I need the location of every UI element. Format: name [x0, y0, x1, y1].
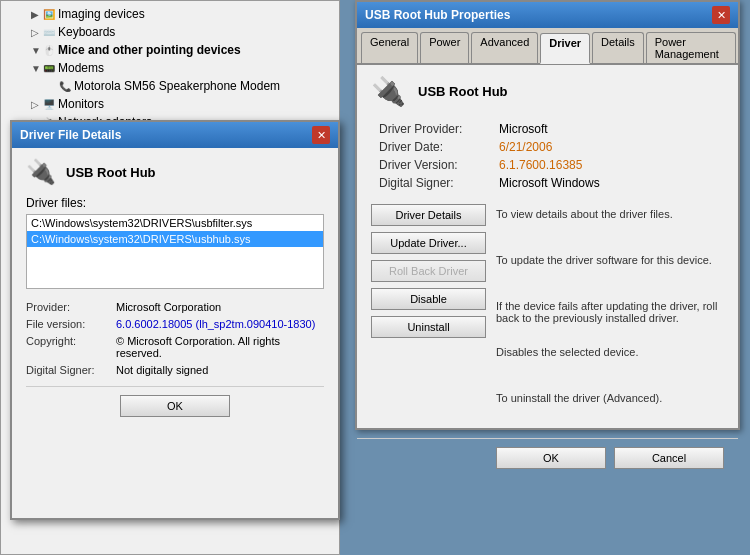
driver-date-label: Driver Date: [379, 140, 499, 154]
dfd-files-label: Driver files: [26, 196, 324, 210]
dfd-device-row: 🔌 USB Root Hub [26, 158, 324, 186]
uninstall-desc: To uninstall the driver (Advanced). [496, 388, 724, 416]
dfd-device-name: USB Root Hub [66, 165, 156, 180]
driver-details-desc: To view details about the driver files. [496, 204, 724, 232]
dfd-content: 🔌 USB Root Hub Driver files: C:\Windows\… [12, 148, 338, 427]
dfd-info-grid: Provider: Microsoft Corporation File ver… [26, 301, 324, 376]
dfd-provider-value: Microsoft Corporation [116, 301, 324, 313]
uninstall-button[interactable]: Uninstall [371, 316, 486, 338]
driver-provider-value: Microsoft [499, 122, 724, 136]
driver-file-details-dialog: Driver File Details ✕ 🔌 USB Root Hub Dri… [10, 120, 340, 520]
dfd-device-icon: 🔌 [26, 158, 56, 186]
mice-icon: 🖱️ [43, 45, 55, 56]
expand-monitors[interactable]: ▷ [31, 99, 41, 110]
dfd-signer-value: Not digitally signed [116, 364, 324, 376]
dfd-close-button[interactable]: ✕ [312, 126, 330, 144]
keyboards-label: Keyboards [58, 25, 115, 39]
tree-item-mice[interactable]: ▼ 🖱️ Mice and other pointing devices [3, 41, 337, 59]
usb-props-footer: OK Cancel [357, 438, 738, 477]
tree-item-modems[interactable]: ▼ 📟 Modems [3, 59, 337, 77]
expand-imaging[interactable]: ▶ [31, 9, 41, 20]
tree-item-imaging[interactable]: ▶ 🖼️ Imaging devices [3, 5, 337, 23]
tab-advanced[interactable]: Advanced [471, 32, 538, 63]
dfd-copyright-value: © Microsoft Corporation. All rights rese… [116, 335, 324, 359]
motorola-icon: 📞 [59, 81, 71, 92]
tab-power-management[interactable]: Power Management [646, 32, 736, 63]
dfd-fileversion-label: File version: [26, 318, 116, 330]
roll-back-desc: If the device fails after updating the d… [496, 296, 724, 324]
modems-label: Modems [58, 61, 104, 75]
driver-date-value: 6/21/2006 [499, 140, 724, 154]
roll-back-button[interactable]: Roll Back Driver [371, 260, 486, 282]
usb-props-close[interactable]: ✕ [712, 6, 730, 24]
disable-desc: Disables the selected device. [496, 342, 724, 370]
monitors-icon: 🖥️ [43, 99, 55, 110]
keyboards-icon: ⌨️ [43, 27, 55, 38]
driver-version-label: Driver Version: [379, 158, 499, 172]
driver-buttons-section: Driver Details Update Driver... Roll Bac… [371, 204, 724, 416]
dfd-files-list[interactable]: C:\Windows\system32\DRIVERS\usbfilter.sy… [26, 214, 324, 289]
dfd-ok-button[interactable]: OK [120, 395, 230, 417]
tabs-bar: General Power Advanced Driver Details Po… [357, 28, 738, 65]
tab-driver[interactable]: Driver [540, 33, 590, 64]
tab-general[interactable]: General [361, 32, 418, 63]
usb-props-dialog: USB Root Hub Properties ✕ General Power … [355, 0, 740, 430]
expand-modems[interactable]: ▼ [31, 63, 41, 74]
mice-label: Mice and other pointing devices [58, 43, 241, 57]
tab-power[interactable]: Power [420, 32, 469, 63]
imaging-label: Imaging devices [58, 7, 145, 21]
usb-cancel-button[interactable]: Cancel [614, 447, 724, 469]
update-driver-desc: To update the driver software for this d… [496, 250, 724, 278]
disable-button[interactable]: Disable [371, 288, 486, 310]
monitors-label: Monitors [58, 97, 104, 111]
digital-signer-value: Microsoft Windows [499, 176, 724, 190]
tab-details[interactable]: Details [592, 32, 644, 63]
dfd-copyright-label: Copyright: [26, 335, 116, 359]
tree-item-keyboards[interactable]: ▷ ⌨️ Keyboards [3, 23, 337, 41]
tree-item-motorola[interactable]: 📞 Motorola SM56 Speakerphone Modem [3, 77, 337, 95]
tree-item-monitors[interactable]: ▷ 🖥️ Monitors [3, 95, 337, 113]
motorola-label: Motorola SM56 Speakerphone Modem [74, 79, 280, 93]
dfd-titlebar: Driver File Details ✕ [12, 122, 338, 148]
dfd-footer: OK [26, 386, 324, 417]
usb-device-icon: 🔌 [371, 75, 406, 108]
modems-icon: 📟 [43, 63, 55, 74]
dfd-file-item-1[interactable]: C:\Windows\system32\DRIVERS\usbhub.sys [27, 231, 323, 247]
driver-btn-col: Driver Details Update Driver... Roll Bac… [371, 204, 486, 338]
usb-device-name: USB Root Hub [418, 84, 508, 99]
expand-keyboards[interactable]: ▷ [31, 27, 41, 38]
dfd-provider-label: Provider: [26, 301, 116, 313]
usb-props-content: 🔌 USB Root Hub Driver Provider: Microsof… [357, 65, 738, 432]
driver-version-value: 6.1.7600.16385 [499, 158, 724, 172]
dfd-title: Driver File Details [20, 128, 121, 142]
dfd-fileversion-value: 6.0.6002.18005 (lh_sp2tm.090410-1830) [116, 318, 324, 330]
driver-provider-label: Driver Provider: [379, 122, 499, 136]
device-header: 🔌 USB Root Hub [371, 75, 724, 108]
driver-info-grid: Driver Provider: Microsoft Driver Date: … [379, 122, 724, 190]
usb-ok-button[interactable]: OK [496, 447, 606, 469]
usb-props-title: USB Root Hub Properties [365, 8, 510, 22]
driver-details-button[interactable]: Driver Details [371, 204, 486, 226]
dfd-file-item-0[interactable]: C:\Windows\system32\DRIVERS\usbfilter.sy… [27, 215, 323, 231]
expand-mice[interactable]: ▼ [31, 45, 41, 56]
update-driver-button[interactable]: Update Driver... [371, 232, 486, 254]
digital-signer-label: Digital Signer: [379, 176, 499, 190]
driver-desc-col: To view details about the driver files. … [496, 204, 724, 416]
dfd-signer-label: Digital Signer: [26, 364, 116, 376]
usb-props-titlebar: USB Root Hub Properties ✕ [357, 2, 738, 28]
imaging-icon: 🖼️ [43, 9, 55, 20]
